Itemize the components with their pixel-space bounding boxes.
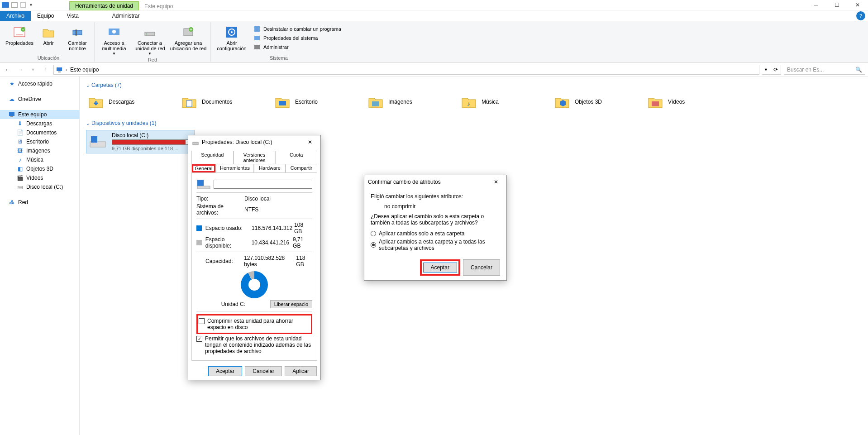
radio-icon[interactable] <box>371 231 376 236</box>
dialog-close-button[interactable]: ✕ <box>303 138 317 147</box>
chevron-down-icon: ⌄ <box>86 121 90 126</box>
sidebar-item-objects3d[interactable]: ◧Objetos 3D <box>0 164 79 173</box>
index-checkbox-row[interactable]: Permitir que los archivos de esta unidad… <box>196 335 312 354</box>
contextual-tabs: Herramientas de unidad Este equipo <box>69 0 178 10</box>
close-button[interactable]: ✕ <box>847 0 868 10</box>
folder-videos[interactable]: Vídeos <box>645 92 739 112</box>
accept-button[interactable]: Aceptar <box>423 263 457 272</box>
tab-security[interactable]: Seguridad <box>191 151 234 164</box>
sidebar-item-downloads[interactable]: ⬇Descargas <box>0 119 79 128</box>
folders-section-header[interactable]: ⌄ Carpetas (7) <box>86 82 862 88</box>
sidebar-item-videos[interactable]: 🎬Vídeos <box>0 173 79 182</box>
sidebar-item-music[interactable]: ♪Música <box>0 155 79 164</box>
svg-point-8 <box>112 30 116 33</box>
tab-quota[interactable]: Cuota <box>275 151 317 164</box>
drive-tools-tab[interactable]: Herramientas de unidad <box>69 1 139 10</box>
folder-icon <box>554 94 570 110</box>
drive-name-input[interactable] <box>214 180 312 189</box>
minimize-button[interactable]: ─ <box>806 0 826 10</box>
ribbon-group-network: Acceso a multimedia ▼ Conectar a unidad … <box>95 22 211 62</box>
tab-general[interactable]: General <box>191 164 216 172</box>
compress-checkbox-row[interactable]: Comprimir esta unidad para ahorrar espac… <box>199 318 310 330</box>
drive-icon <box>196 179 211 190</box>
address-dropdown[interactable]: ▼ <box>762 65 770 75</box>
uninstall-button[interactable]: Desinstalar o cambiar un programa <box>252 25 343 33</box>
apply-button[interactable]: Aplicar <box>285 366 317 376</box>
svg-rect-18 <box>254 45 260 49</box>
map-drive-button[interactable]: Conectar a unidad de red ▼ <box>133 23 167 56</box>
svg-point-10 <box>146 33 147 34</box>
folder-downloads[interactable]: Descargas <box>86 92 179 112</box>
file-tab[interactable]: Archivo <box>0 11 31 21</box>
svg-point-4 <box>21 27 25 32</box>
folder-music[interactable]: ♪Música <box>459 92 552 112</box>
refresh-button[interactable]: ⟳ <box>770 65 781 75</box>
open-settings-button[interactable]: Abrir configuración <box>215 23 249 54</box>
folder-objects3d[interactable]: Objetos 3D <box>552 92 645 112</box>
accept-button[interactable]: Aceptar <box>208 366 242 376</box>
sidebar-item-documents[interactable]: 📄Documentos <box>0 128 79 137</box>
folder-pictures[interactable]: Imágenes <box>366 92 459 112</box>
downloads-icon: ⬇ <box>16 120 24 127</box>
folder-desktop[interactable]: Escritorio <box>272 92 366 112</box>
ribbon-group-system-label: Sistema <box>215 54 343 61</box>
sidebar-item-localdisk[interactable]: 🖴Disco local (C:) <box>0 182 79 191</box>
up-button[interactable]: ↑ <box>41 65 51 75</box>
sidebar-item-quick-access[interactable]: ★ Acceso rápido <box>0 79 79 88</box>
svg-rect-21 <box>9 112 14 116</box>
rename-button[interactable]: Cambiar nombre <box>64 23 91 54</box>
view-tab[interactable]: Vista <box>60 11 85 21</box>
sidebar-item-pictures[interactable]: 🖼Imágenes <box>0 146 79 155</box>
qat-dropdown-icon[interactable]: ▼ <box>29 3 33 7</box>
quick-access-toolbar: ▼ <box>0 1 33 9</box>
manage-button[interactable]: Administrar <box>252 43 343 51</box>
ribbon-group-system: Abrir configuración Desinstalar o cambia… <box>211 22 347 62</box>
breadcrumb[interactable]: Este equipo <box>70 67 99 73</box>
qat-properties-icon[interactable] <box>11 1 18 9</box>
add-location-button[interactable]: Agregar una ubicación de red <box>170 23 207 56</box>
compress-highlight: Comprimir esta unidad para ahorrar espac… <box>196 314 312 334</box>
sidebar-label: Este equipo <box>18 111 47 118</box>
radio-icon[interactable] <box>371 242 376 248</box>
sidebar-item-thispc[interactable]: Este equipo <box>0 110 79 119</box>
search-input[interactable]: Buscar en Es... 🔍 <box>784 65 865 75</box>
devices-section-header[interactable]: ⌄ Dispositivos y unidades (1) <box>86 120 862 126</box>
help-button[interactable]: ? <box>856 11 865 20</box>
recent-dropdown[interactable]: ▼ <box>28 65 38 75</box>
chevron-down-icon: ⌄ <box>86 83 90 88</box>
search-icon: 🔍 <box>855 67 862 73</box>
folder-icon <box>367 94 384 110</box>
tab-tools[interactable]: Herramientas <box>216 164 254 172</box>
dialog-titlebar: Confirmar cambio de atributos ✕ <box>364 175 506 189</box>
checkbox-icon[interactable] <box>199 318 205 324</box>
dialog-close-button[interactable]: ✕ <box>489 177 503 186</box>
manage-tab[interactable]: Administrar <box>106 11 146 21</box>
media-access-button[interactable]: Acceso a multimedia ▼ <box>98 23 130 56</box>
folder-documents[interactable]: Documentos <box>179 92 272 112</box>
sidebar-item-desktop[interactable]: 🖥Escritorio <box>0 137 79 146</box>
tab-hardware[interactable]: Hardware <box>254 164 286 172</box>
system-properties-button[interactable]: Propiedades del sistema <box>252 34 343 42</box>
radio-all-subfolders[interactable]: Aplicar cambios a esta carpeta y a todas… <box>371 239 500 251</box>
checkbox-icon[interactable] <box>196 336 202 342</box>
tab-previous-versions[interactable]: Versiones anteriores <box>234 151 276 164</box>
back-button[interactable]: ← <box>3 65 13 75</box>
sidebar-label: Música <box>26 157 43 163</box>
properties-button[interactable]: Propiedades <box>6 23 33 54</box>
thispc-icon <box>8 111 15 118</box>
qat-new-icon[interactable] <box>20 1 27 9</box>
sidebar-item-onedrive[interactable]: ☁ OneDrive <box>0 95 79 104</box>
folder-label: Música <box>482 99 499 105</box>
address-bar[interactable]: › Este equipo <box>53 65 759 75</box>
cleanup-button[interactable]: Liberar espacio <box>270 300 312 308</box>
cancel-button[interactable]: Cancelar <box>463 259 500 276</box>
radio-this-folder[interactable]: Aplicar cambios solo a esta carpeta <box>371 230 500 237</box>
tab-share[interactable]: Compartir <box>286 164 317 172</box>
computer-tab[interactable]: Equipo <box>31 11 60 21</box>
sidebar-item-network[interactable]: 🖧 Red <box>0 198 79 207</box>
cancel-button[interactable]: Cancelar <box>245 366 282 376</box>
drive-item[interactable]: Disco local (C:) 9,71 GB disponibles de … <box>86 130 195 153</box>
maximize-button[interactable]: ☐ <box>826 0 847 10</box>
forward-button[interactable]: → <box>15 65 25 75</box>
open-button[interactable]: Abrir <box>35 23 62 54</box>
